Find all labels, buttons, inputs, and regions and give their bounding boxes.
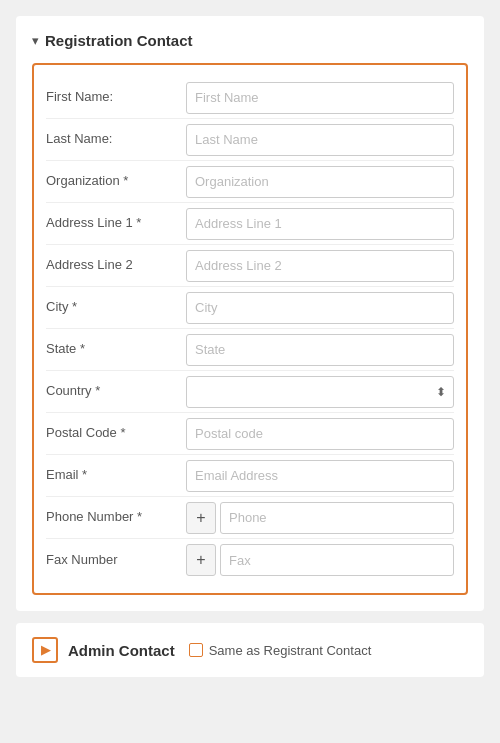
address-line1-field <box>186 208 454 240</box>
last-name-input[interactable] <box>186 124 454 156</box>
phone-prefix-button[interactable]: + <box>186 502 216 534</box>
phone-label: Phone Number * <box>46 509 186 526</box>
country-label: Country * <box>46 383 186 400</box>
admin-contact-section: ▶ Admin Contact Same as Registrant Conta… <box>16 623 484 677</box>
organization-label: Organization * <box>46 173 186 190</box>
fax-prefix-button[interactable]: + <box>186 544 216 576</box>
state-label: State * <box>46 341 186 358</box>
last-name-row: Last Name: <box>46 119 454 161</box>
state-row: State * <box>46 329 454 371</box>
country-select[interactable]: United States Canada United Kingdom <box>186 376 454 408</box>
state-field <box>186 334 454 366</box>
admin-toggle-button[interactable]: ▶ <box>32 637 58 663</box>
city-input[interactable] <box>186 292 454 324</box>
city-label: City * <box>46 299 186 316</box>
same-as-checkbox[interactable] <box>189 643 203 657</box>
phone-group: + <box>186 502 454 534</box>
section-title: Registration Contact <box>45 32 193 49</box>
address-line1-input[interactable] <box>186 208 454 240</box>
postal-code-input[interactable] <box>186 418 454 450</box>
same-as-text: Same as Registrant Contact <box>209 643 372 658</box>
email-label: Email * <box>46 467 186 484</box>
phone-row: Phone Number * + <box>46 497 454 539</box>
city-field <box>186 292 454 324</box>
address-line2-row: Address Line 2 <box>46 245 454 287</box>
chevron-right-icon: ▶ <box>41 643 50 657</box>
fax-label: Fax Number <box>46 552 186 569</box>
first-name-field <box>186 82 454 114</box>
email-input[interactable] <box>186 460 454 492</box>
address-line1-row: Address Line 1 * <box>46 203 454 245</box>
registration-contact-section: ▾ Registration Contact First Name: Last … <box>16 16 484 611</box>
section-header: ▾ Registration Contact <box>32 32 468 49</box>
last-name-label: Last Name: <box>46 131 186 148</box>
organization-row: Organization * <box>46 161 454 203</box>
country-row: Country * United States Canada United Ki… <box>46 371 454 413</box>
registration-form: First Name: Last Name: Organization * <box>32 63 468 595</box>
state-input[interactable] <box>186 334 454 366</box>
email-field <box>186 460 454 492</box>
chevron-down-icon: ▾ <box>32 33 39 48</box>
country-select-wrapper: United States Canada United Kingdom <box>186 376 454 408</box>
postal-code-label: Postal Code * <box>46 425 186 442</box>
page-container: ▾ Registration Contact First Name: Last … <box>0 0 500 743</box>
first-name-input[interactable] <box>186 82 454 114</box>
first-name-row: First Name: <box>46 77 454 119</box>
organization-input[interactable] <box>186 166 454 198</box>
phone-field: + <box>186 502 454 534</box>
address-line2-field <box>186 250 454 282</box>
fax-group: + <box>186 544 454 576</box>
city-row: City * <box>46 287 454 329</box>
fax-input[interactable] <box>220 544 454 576</box>
phone-input[interactable] <box>220 502 454 534</box>
country-field: United States Canada United Kingdom <box>186 376 454 408</box>
fax-row: Fax Number + <box>46 539 454 581</box>
same-as-label[interactable]: Same as Registrant Contact <box>189 643 372 658</box>
last-name-field <box>186 124 454 156</box>
email-row: Email * <box>46 455 454 497</box>
admin-section-title: Admin Contact <box>68 642 175 659</box>
first-name-label: First Name: <box>46 89 186 106</box>
organization-field <box>186 166 454 198</box>
address-line2-input[interactable] <box>186 250 454 282</box>
address-line1-label: Address Line 1 * <box>46 215 186 232</box>
fax-field: + <box>186 544 454 576</box>
postal-code-field <box>186 418 454 450</box>
postal-code-row: Postal Code * <box>46 413 454 455</box>
address-line2-label: Address Line 2 <box>46 257 186 274</box>
